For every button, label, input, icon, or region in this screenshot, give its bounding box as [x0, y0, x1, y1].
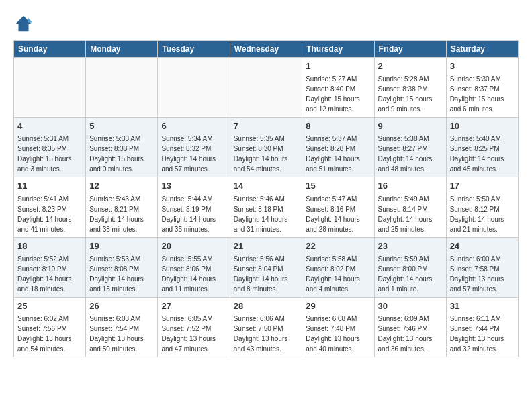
calendar-cell: 30Sunrise: 6:09 AM Sunset: 7:46 PM Dayli…: [374, 297, 446, 357]
day-info: Sunrise: 5:27 AM Sunset: 8:40 PM Dayligh…: [306, 75, 360, 113]
calendar-cell: 7Sunrise: 5:35 AM Sunset: 8:30 PM Daylig…: [230, 118, 302, 177]
day-number: 31: [450, 300, 515, 312]
day-info: Sunrise: 5:43 AM Sunset: 8:21 PM Dayligh…: [89, 195, 144, 233]
day-number: 13: [161, 180, 226, 192]
calendar-table: SundayMondayTuesdayWednesdayThursdayFrid…: [13, 40, 519, 357]
weekday-tuesday: Tuesday: [158, 41, 230, 58]
calendar-week-row: 11Sunrise: 5:41 AM Sunset: 8:23 PM Dayli…: [14, 177, 519, 237]
day-number: 12: [89, 180, 154, 192]
day-number: 9: [378, 120, 443, 132]
calendar-cell: 17Sunrise: 5:50 AM Sunset: 8:12 PM Dayli…: [446, 177, 518, 237]
day-info: Sunrise: 5:52 AM Sunset: 8:10 PM Dayligh…: [17, 255, 72, 293]
calendar-cell: 10Sunrise: 5:40 AM Sunset: 8:25 PM Dayli…: [446, 118, 518, 177]
calendar-cell: 9Sunrise: 5:38 AM Sunset: 8:27 PM Daylig…: [374, 118, 446, 177]
day-info: Sunrise: 6:03 AM Sunset: 7:54 PM Dayligh…: [89, 315, 144, 353]
day-info: Sunrise: 6:09 AM Sunset: 7:46 PM Dayligh…: [378, 315, 433, 353]
day-number: 18: [17, 240, 82, 253]
day-number: 14: [234, 180, 299, 192]
weekday-thursday: Thursday: [302, 41, 374, 58]
day-info: Sunrise: 5:44 AM Sunset: 8:19 PM Dayligh…: [161, 195, 216, 233]
day-number: 26: [89, 300, 154, 312]
calendar-cell: 11Sunrise: 5:41 AM Sunset: 8:23 PM Dayli…: [14, 177, 86, 237]
day-info: Sunrise: 5:38 AM Sunset: 8:27 PM Dayligh…: [378, 135, 433, 173]
calendar-cell: 2Sunrise: 5:28 AM Sunset: 8:38 PM Daylig…: [374, 58, 446, 118]
day-number: 25: [17, 300, 82, 312]
day-number: 22: [306, 240, 370, 253]
day-info: Sunrise: 6:02 AM Sunset: 7:56 PM Dayligh…: [17, 315, 72, 353]
day-number: 16: [378, 180, 443, 192]
day-info: Sunrise: 6:00 AM Sunset: 7:58 PM Dayligh…: [450, 255, 504, 293]
day-number: 6: [161, 120, 226, 132]
calendar-cell: 21Sunrise: 5:56 AM Sunset: 8:04 PM Dayli…: [230, 237, 302, 297]
calendar-week-row: 18Sunrise: 5:52 AM Sunset: 8:10 PM Dayli…: [14, 237, 519, 297]
day-info: Sunrise: 5:46 AM Sunset: 8:18 PM Dayligh…: [234, 195, 288, 233]
day-info: Sunrise: 5:47 AM Sunset: 8:16 PM Dayligh…: [306, 195, 360, 233]
calendar-cell: 19Sunrise: 5:53 AM Sunset: 8:08 PM Dayli…: [86, 237, 158, 297]
calendar-cell: [158, 58, 230, 118]
day-number: 1: [306, 60, 370, 73]
day-info: Sunrise: 6:11 AM Sunset: 7:44 PM Dayligh…: [450, 315, 504, 353]
day-info: Sunrise: 5:50 AM Sunset: 8:12 PM Dayligh…: [450, 195, 504, 233]
logo-icon: [13, 13, 34, 34]
day-info: Sunrise: 5:37 AM Sunset: 8:28 PM Dayligh…: [306, 135, 360, 173]
weekday-wednesday: Wednesday: [230, 41, 302, 58]
weekday-header-row: SundayMondayTuesdayWednesdayThursdayFrid…: [14, 41, 519, 58]
calendar-cell: 15Sunrise: 5:47 AM Sunset: 8:16 PM Dayli…: [302, 177, 374, 237]
day-info: Sunrise: 5:31 AM Sunset: 8:35 PM Dayligh…: [17, 135, 72, 173]
calendar-week-row: 1Sunrise: 5:27 AM Sunset: 8:40 PM Daylig…: [14, 58, 519, 118]
calendar-cell: 1Sunrise: 5:27 AM Sunset: 8:40 PM Daylig…: [302, 58, 374, 118]
calendar-cell: 28Sunrise: 6:06 AM Sunset: 7:50 PM Dayli…: [230, 297, 302, 357]
day-info: Sunrise: 5:55 AM Sunset: 8:06 PM Dayligh…: [161, 255, 216, 293]
calendar-cell: 20Sunrise: 5:55 AM Sunset: 8:06 PM Dayli…: [158, 237, 230, 297]
page-header: [13, 13, 519, 34]
day-info: Sunrise: 5:58 AM Sunset: 8:02 PM Dayligh…: [306, 255, 360, 293]
calendar-cell: 29Sunrise: 6:08 AM Sunset: 7:48 PM Dayli…: [302, 297, 374, 357]
logo: [13, 13, 36, 34]
calendar-cell: 24Sunrise: 6:00 AM Sunset: 7:58 PM Dayli…: [446, 237, 518, 297]
calendar-cell: 13Sunrise: 5:44 AM Sunset: 8:19 PM Dayli…: [158, 177, 230, 237]
day-number: 3: [450, 60, 515, 73]
day-number: 29: [306, 300, 370, 312]
calendar-cell: [230, 58, 302, 118]
day-number: 28: [234, 300, 299, 312]
calendar-cell: 16Sunrise: 5:49 AM Sunset: 8:14 PM Dayli…: [374, 177, 446, 237]
day-info: Sunrise: 5:28 AM Sunset: 8:38 PM Dayligh…: [378, 75, 433, 113]
calendar-cell: 26Sunrise: 6:03 AM Sunset: 7:54 PM Dayli…: [86, 297, 158, 357]
weekday-monday: Monday: [86, 41, 158, 58]
day-number: 11: [17, 180, 82, 192]
day-number: 20: [161, 240, 226, 253]
day-info: Sunrise: 5:53 AM Sunset: 8:08 PM Dayligh…: [89, 255, 144, 293]
calendar-cell: 27Sunrise: 6:05 AM Sunset: 7:52 PM Dayli…: [158, 297, 230, 357]
day-number: 23: [378, 240, 443, 253]
weekday-friday: Friday: [374, 41, 446, 58]
calendar-cell: 12Sunrise: 5:43 AM Sunset: 8:21 PM Dayli…: [86, 177, 158, 237]
day-number: 10: [450, 120, 515, 132]
calendar-cell: 25Sunrise: 6:02 AM Sunset: 7:56 PM Dayli…: [14, 297, 86, 357]
day-info: Sunrise: 5:56 AM Sunset: 8:04 PM Dayligh…: [234, 255, 288, 293]
day-info: Sunrise: 5:35 AM Sunset: 8:30 PM Dayligh…: [234, 135, 288, 173]
day-info: Sunrise: 6:05 AM Sunset: 7:52 PM Dayligh…: [161, 315, 216, 353]
day-info: Sunrise: 5:40 AM Sunset: 8:25 PM Dayligh…: [450, 135, 504, 173]
day-info: Sunrise: 5:30 AM Sunset: 8:37 PM Dayligh…: [450, 75, 504, 113]
day-number: 4: [17, 120, 82, 132]
calendar-cell: 4Sunrise: 5:31 AM Sunset: 8:35 PM Daylig…: [14, 118, 86, 177]
calendar-cell: 8Sunrise: 5:37 AM Sunset: 8:28 PM Daylig…: [302, 118, 374, 177]
day-number: 7: [234, 120, 299, 132]
day-number: 8: [306, 120, 370, 132]
weekday-saturday: Saturday: [446, 41, 518, 58]
day-number: 17: [450, 180, 515, 192]
calendar-week-row: 25Sunrise: 6:02 AM Sunset: 7:56 PM Dayli…: [14, 297, 519, 357]
svg-marker-0: [16, 16, 32, 32]
day-number: 27: [161, 300, 226, 312]
day-number: 2: [378, 60, 443, 73]
svg-marker-1: [28, 17, 33, 23]
day-info: Sunrise: 5:59 AM Sunset: 8:00 PM Dayligh…: [378, 255, 433, 293]
calendar-cell: 22Sunrise: 5:58 AM Sunset: 8:02 PM Dayli…: [302, 237, 374, 297]
calendar-cell: 23Sunrise: 5:59 AM Sunset: 8:00 PM Dayli…: [374, 237, 446, 297]
calendar-cell: 6Sunrise: 5:34 AM Sunset: 8:32 PM Daylig…: [158, 118, 230, 177]
calendar-cell: 3Sunrise: 5:30 AM Sunset: 8:37 PM Daylig…: [446, 58, 518, 118]
calendar-week-row: 4Sunrise: 5:31 AM Sunset: 8:35 PM Daylig…: [14, 118, 519, 177]
day-number: 21: [234, 240, 299, 253]
calendar-cell: 14Sunrise: 5:46 AM Sunset: 8:18 PM Dayli…: [230, 177, 302, 237]
day-info: Sunrise: 5:33 AM Sunset: 8:33 PM Dayligh…: [89, 135, 144, 173]
